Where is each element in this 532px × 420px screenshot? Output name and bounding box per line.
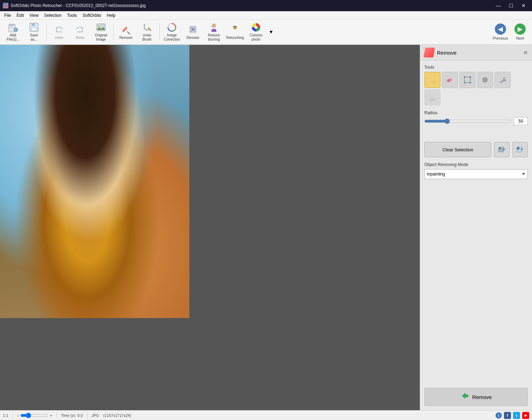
zoom-slider[interactable] (20, 414, 48, 417)
next-arrow-icon: ▶ (514, 23, 526, 35)
prev-arrow-icon: ◀ (495, 23, 506, 35)
settings-tool-button[interactable] (477, 72, 493, 88)
radius-slider[interactable] (424, 118, 511, 124)
toolbox-panel: Remove ✕ Tools (420, 45, 532, 410)
image-dimensions: (1157x1717x24) (103, 413, 132, 418)
redo-button[interactable]: Redo (70, 21, 90, 43)
mode-label: Object Removing Mode (424, 162, 528, 167)
main-content: Remove ✕ Tools (0, 45, 532, 410)
svg-point-27 (236, 27, 236, 28)
add-files-button[interactable]: + AddFile(s)... (3, 21, 23, 43)
format-label: JPG (92, 413, 99, 418)
mode-section: Object Removing Mode Inpainting Content-… (424, 162, 528, 179)
toolbox-remove-icon (424, 48, 435, 57)
previous-button[interactable]: ◀ Previous (491, 21, 510, 43)
time-value: 0.0 (78, 413, 83, 418)
statusbar: 1:1 – + Time (s): 0.0 JPG (1157x1717x24)… (0, 410, 532, 420)
svg-rect-9 (32, 28, 36, 30)
add-files-label: AddFile(s)... (7, 33, 19, 42)
redo-label: Redo (76, 36, 84, 40)
titlebar-controls: — ☐ ✕ (493, 0, 529, 11)
svg-rect-37 (464, 82, 465, 83)
status-sep-1 (12, 413, 13, 418)
time-label: Time (s): (61, 413, 76, 418)
svg-point-20 (192, 28, 194, 30)
image-area[interactable] (0, 45, 420, 410)
select-from-file-button[interactable] (494, 142, 510, 157)
menu-help[interactable]: Help (104, 12, 119, 19)
undo-button[interactable]: Undo (49, 21, 69, 43)
toolbox-body: Tools (420, 61, 532, 410)
remove-button[interactable]: Remove (116, 21, 136, 43)
more-tools-button[interactable]: ▼ (267, 21, 275, 43)
save-as-label: Saveas... (30, 33, 38, 42)
remove-action-button[interactable]: Remove (424, 388, 528, 406)
original-image-icon (95, 22, 107, 33)
svg-rect-36 (470, 76, 471, 78)
retouching-icon (229, 24, 241, 35)
wrench-tool-button[interactable] (494, 72, 511, 88)
zoom-plus-icon: + (50, 413, 52, 418)
toolbox-close-button[interactable]: ✕ (523, 49, 528, 56)
time-container: Time (s): 0.0 (61, 413, 83, 418)
mode-select[interactable]: Inpainting Content-Aware Fill Texture Sy… (424, 169, 528, 179)
radius-row: 50 (424, 117, 528, 125)
separator-3 (159, 23, 160, 41)
minimize-button[interactable]: — (493, 0, 504, 11)
zoom-indicator: 1:1 (3, 413, 8, 418)
twitter-icon[interactable]: t (513, 412, 520, 419)
save-as-button[interactable]: Saveas... (24, 21, 44, 43)
svg-point-15 (148, 27, 150, 29)
info-icon[interactable]: i (496, 412, 502, 419)
original-image-button[interactable]: OriginalImage (91, 21, 111, 43)
menu-softorbits[interactable]: SoftOrbits (80, 12, 104, 19)
menu-file[interactable]: File (1, 12, 14, 19)
pencil-tool-button[interactable] (424, 72, 440, 88)
menu-edit[interactable]: Edit (14, 12, 27, 19)
menu-view[interactable]: View (27, 12, 41, 19)
colorize-button[interactable]: Colorizephoto (246, 21, 266, 43)
retouching-button[interactable]: Retouching (225, 21, 245, 43)
tools-label: Tools (424, 65, 528, 70)
reduce-blurring-button[interactable]: Reduceblurring (204, 21, 224, 43)
svg-text:+: + (15, 28, 17, 32)
svg-point-11 (98, 25, 100, 27)
spacer (424, 130, 528, 137)
tools-section: Tools (424, 65, 528, 105)
colorize-icon (250, 22, 262, 33)
clear-selection-button[interactable]: Clear Selection (424, 142, 491, 157)
toolbox-title: Remove (437, 50, 457, 56)
more-tools-icon: ▼ (265, 26, 277, 37)
radius-slider-container (424, 118, 511, 125)
image-correction-label: ImageCorrection (164, 33, 180, 42)
undo-label: Undo (55, 36, 63, 40)
remove-tool-label: Remove (119, 36, 132, 40)
close-button[interactable]: ✕ (518, 0, 529, 11)
youtube-icon[interactable]: ▶ (522, 412, 529, 419)
remove-action-label: Remove (472, 394, 492, 400)
zoom-slider-container[interactable]: – + (17, 413, 52, 418)
menu-selection[interactable]: Selection (41, 12, 64, 19)
facebook-icon[interactable]: f (504, 412, 511, 419)
svg-point-18 (190, 27, 192, 28)
denoise-button[interactable]: Denoise (183, 21, 203, 43)
undo-brush-button[interactable]: UndoBrush (137, 21, 157, 43)
dimensions-label: (1157x1717x24) (103, 413, 132, 418)
file-format: JPG (92, 413, 99, 418)
select-rect-tool-button[interactable] (459, 72, 476, 88)
app-icon (3, 3, 8, 8)
undo-brush-icon (141, 22, 153, 33)
svg-rect-38 (470, 82, 471, 83)
image-correction-button[interactable]: ImageCorrection (162, 21, 182, 43)
maximize-button[interactable]: ☐ (505, 0, 517, 11)
menu-tools[interactable]: Tools (64, 12, 80, 19)
select-invert-button[interactable] (512, 142, 528, 157)
colorize-label: Colorizephoto (250, 33, 263, 42)
stamp-tool-button[interactable] (424, 89, 440, 105)
eraser-tool-button[interactable] (442, 72, 458, 88)
svg-rect-44 (429, 99, 436, 101)
svg-rect-42 (431, 95, 434, 98)
separator-2 (113, 23, 114, 41)
svg-marker-49 (462, 393, 468, 399)
next-button[interactable]: ▶ Next (511, 21, 529, 43)
